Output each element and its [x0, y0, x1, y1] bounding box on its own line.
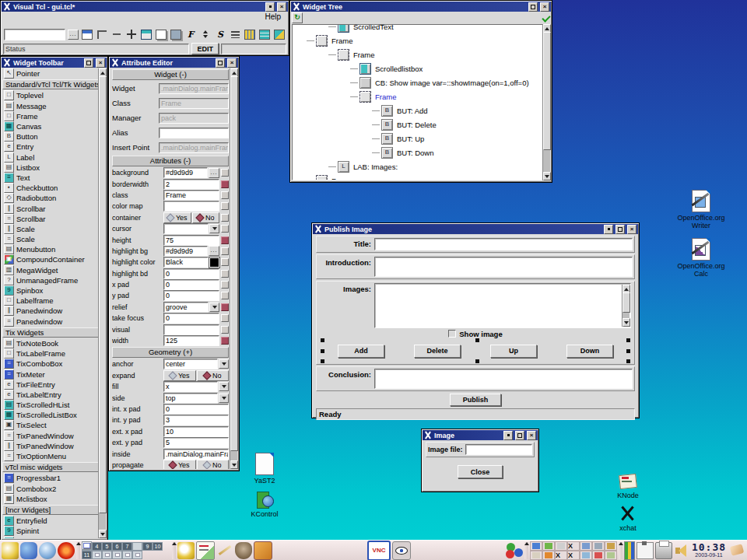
pager-cell[interactable]: 5 — [102, 542, 112, 551]
geometry-section-header[interactable]: Geometry (+) — [112, 347, 229, 358]
tree-node[interactable]: ScrolledText — [293, 24, 542, 33]
minimize-button[interactable] — [503, 431, 513, 440]
delete-button[interactable]: Delete — [414, 345, 461, 358]
color-picker-button[interactable]: ... — [209, 246, 219, 256]
quick-launch-slot[interactable]: X — [567, 541, 580, 551]
quick-launch-slot[interactable] — [592, 551, 605, 560]
widget-item[interactable]: ▦ TixScrolledListBox — [2, 410, 99, 420]
relief-select[interactable]: groove — [163, 302, 209, 313]
quick-launch-slot[interactable]: X — [567, 551, 580, 560]
attr-flag[interactable] — [221, 247, 229, 255]
pager-cell[interactable]: 7 — [122, 542, 132, 551]
shade-button[interactable] — [265, 2, 275, 12]
widget-item[interactable]: ≡ Spintime — [2, 536, 99, 538]
move-tool-icon[interactable] — [125, 29, 138, 40]
xpad-input[interactable]: 0 — [163, 279, 219, 290]
widget-item[interactable]: ▤ Combobox2 — [2, 484, 99, 494]
intxpad-input[interactable]: 0 — [163, 404, 229, 415]
widget-item[interactable]: ▦ Canvas — [2, 121, 99, 131]
tree-node[interactable]: B BUT: Add — [293, 103, 542, 117]
clipboard-tray-icon[interactable] — [637, 542, 654, 559]
quick-launch-slot[interactable] — [542, 541, 555, 551]
widget-item[interactable]: e TixLabelEntry — [2, 390, 99, 400]
desktop-icon-knode[interactable]: KNode — [609, 471, 647, 499]
pager-cell[interactable]: 10 — [153, 542, 163, 551]
style-tool-icon[interactable]: S — [214, 29, 226, 40]
publish-button[interactable]: Publish — [450, 394, 501, 406]
printer-tray-icon[interactable] — [655, 542, 672, 559]
quick-launch-slot[interactable] — [580, 551, 592, 560]
down-button[interactable]: Down — [566, 345, 613, 358]
quick-launch-slot[interactable] — [555, 541, 567, 551]
knotes-icon[interactable] — [196, 541, 215, 560]
new-toplevel-icon[interactable] — [81, 29, 93, 40]
scroll-down-button[interactable] — [622, 318, 630, 327]
vertical-scrollbar[interactable] — [98, 68, 106, 538]
quick-launch-slot[interactable] — [530, 541, 542, 551]
close-dialog-button[interactable]: Close — [458, 465, 503, 478]
selection-handle[interactable] — [475, 338, 479, 342]
red-star-icon[interactable] — [58, 542, 75, 559]
copy-icon[interactable] — [155, 29, 167, 40]
widget-item[interactable]: = TixMeter — [2, 369, 99, 379]
widget-item[interactable]: = TixPanedWindow — [2, 431, 99, 441]
titlebar[interactable]: Attribute Editor × — [110, 58, 238, 68]
attr-flag[interactable] — [221, 191, 229, 199]
maximize-button[interactable] — [216, 58, 225, 68]
titlebar[interactable]: Visual Tcl - gui.tcl* × — [2, 2, 288, 12]
up-button[interactable]: Up — [490, 345, 537, 358]
widget-item[interactable]: e TixFileEntry — [2, 380, 99, 390]
highlightbd-input[interactable]: 0 — [163, 268, 219, 279]
attr-flag-changed[interactable] — [221, 337, 229, 345]
pager-cell[interactable]: 11 — [82, 551, 92, 559]
widget-item[interactable]: vTcl misc widgets — [2, 462, 99, 472]
selection-handle[interactable] — [626, 338, 630, 342]
pager-cell[interactable] — [82, 541, 92, 550]
color-picker-button[interactable]: ... — [209, 168, 219, 178]
takefocus-input[interactable]: 0 — [163, 313, 219, 324]
selection-handle[interactable] — [321, 338, 324, 342]
attr-flag[interactable] — [221, 214, 229, 222]
kde-k-icon[interactable] — [177, 542, 195, 559]
add-button[interactable]: Add — [338, 345, 384, 358]
propagate-yes-option[interactable]: Yes — [163, 460, 196, 469]
widget-item[interactable]: ▤ Menubutton — [2, 244, 99, 254]
side-dropdown-button[interactable] — [219, 394, 229, 403]
quick-launch-slot[interactable] — [530, 551, 542, 560]
kde-menu-icon[interactable] — [2, 542, 19, 559]
applet-handle[interactable] — [524, 542, 528, 559]
scroll-down-button[interactable] — [99, 530, 107, 538]
maximize-button[interactable] — [528, 2, 538, 12]
widget-item[interactable]: = Scrollbar — [2, 214, 99, 224]
fill-select[interactable]: x — [163, 381, 218, 392]
grid-window-icon[interactable] — [140, 29, 153, 40]
attr-flag[interactable] — [221, 258, 229, 266]
pager-cell[interactable] — [132, 542, 142, 551]
close-button[interactable]: × — [96, 58, 105, 68]
quick-launch-slot[interactable]: X — [555, 551, 567, 560]
colormap-input[interactable] — [163, 201, 219, 212]
spacing-tool-icon[interactable] — [199, 29, 212, 40]
grid-yellow-icon[interactable] — [244, 29, 256, 40]
vnc-task-button[interactable]: VNC — [367, 541, 391, 560]
edit-mode-button[interactable]: EDIT — [191, 43, 219, 54]
shapes-icon[interactable] — [506, 542, 523, 559]
tree-node[interactable]: B BUT: Down — [293, 145, 542, 159]
cursor-select[interactable] — [163, 223, 209, 234]
class-input[interactable]: Frame — [163, 190, 219, 201]
widget-item[interactable]: ∥ TixPanedWindow — [2, 441, 99, 451]
widget-item[interactable]: ≡ Text — [2, 173, 99, 183]
images-listbox[interactable] — [374, 283, 631, 328]
titlebar[interactable]: Widget Tree × — [291, 2, 551, 12]
desktop-icon-yast2[interactable]: YaST2 — [246, 453, 283, 485]
tree-node[interactable]: Scrolledlistbox — [293, 61, 542, 75]
maximize-button[interactable] — [515, 431, 524, 440]
quick-launch-slot[interactable] — [542, 551, 555, 560]
pager-cell[interactable]: 6 — [112, 542, 122, 551]
relief-dropdown-button[interactable] — [209, 303, 219, 312]
widget-item[interactable]: ? UnmanagedFrame — [2, 275, 99, 285]
anchor-dropdown-button[interactable] — [219, 359, 229, 369]
widget-item[interactable]: ▪ Checkbutton — [2, 183, 99, 193]
widget-item[interactable]: □ TixLabelFrame — [2, 348, 99, 359]
widget-item[interactable]: ▣ TixSelect — [2, 420, 99, 430]
